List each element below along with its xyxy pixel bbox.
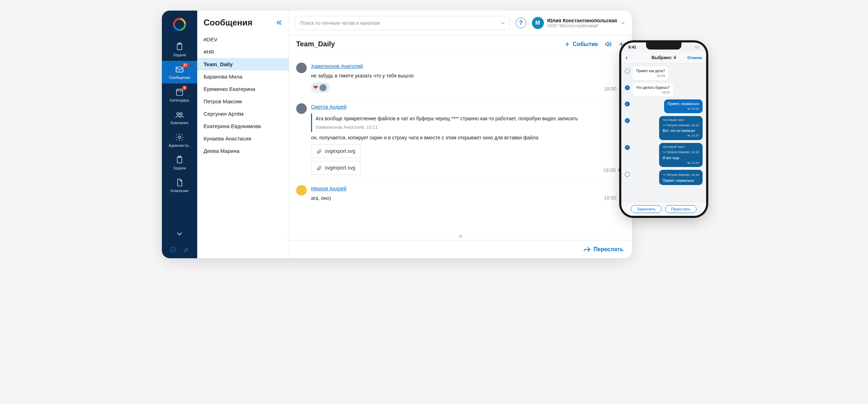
user-org: ООО “Мосгосстройломай” xyxy=(547,23,617,28)
top-bar: Поиск по личным чатам и каналам ? М Юлия… xyxy=(289,11,632,35)
share-icon xyxy=(583,246,591,253)
select-toggle[interactable] xyxy=(625,85,630,90)
message-list: Хамелионов Анатолийне забудь в тикете ук… xyxy=(289,53,632,233)
help-button[interactable]: ? xyxy=(516,18,526,28)
channel-item[interactable]: Кунаева Анастасия xyxy=(197,132,289,145)
forward-button[interactable]: Переслать xyxy=(289,240,632,258)
people-icon xyxy=(175,110,184,119)
nav-companies[interactable]: Компании xyxy=(162,174,197,197)
phone-message-row: тестовый текст↪ Петров Максим, 14:13И во… xyxy=(625,143,703,167)
badge: 27 xyxy=(182,63,189,68)
nav-company[interactable]: Компания xyxy=(162,106,197,129)
create-event-button[interactable]: Событие xyxy=(564,41,598,48)
nav-tasks[interactable]: Задачи xyxy=(162,38,197,61)
channel-list: Сообщения #DEV#HRTeam_DailyБаранова Мила… xyxy=(197,11,289,258)
sound-button[interactable] xyxy=(604,41,611,48)
phone-message-row: Привет как дела?14:24 xyxy=(625,67,703,80)
avatar xyxy=(296,185,307,196)
clipboard-icon xyxy=(175,42,184,51)
nav-calendar[interactable]: 9 Календарь xyxy=(162,83,197,106)
user-name: Юлия Константинопольская xyxy=(547,18,617,23)
select-toggle[interactable] xyxy=(625,118,630,123)
channel-item[interactable]: Сергунин Артём xyxy=(197,108,289,120)
channel-item[interactable]: Еременко Екатерина xyxy=(197,83,289,95)
phone-bubble[interactable]: тестовый текст↪ Петров Максим, 14:13И во… xyxy=(659,143,703,167)
reaction-pill[interactable]: ❤ xyxy=(311,82,330,93)
chat-header: Team_Daily Событие xyxy=(289,35,632,53)
channels-title: Сообщения xyxy=(204,18,252,28)
channel-item[interactable]: #HR xyxy=(197,46,289,58)
chevron-down-icon xyxy=(500,21,505,25)
phone-message-row: Что делать будешь?14:24 xyxy=(625,83,703,97)
phone-bubble[interactable]: Привет, нормально⇆ 14:24 xyxy=(664,99,703,113)
select-toggle[interactable] xyxy=(625,69,630,74)
select-toggle[interactable] xyxy=(625,172,630,177)
quoted-message: Ага вообще прикрепление файлов в чат из … xyxy=(311,114,599,132)
collapse-panel-button[interactable] xyxy=(275,19,283,27)
wrench-icon[interactable] xyxy=(183,246,190,253)
phone-message-row: Привет, нормально⇆ 14:24 xyxy=(625,99,703,113)
message-body: Иванов Андрейага, оно) xyxy=(311,185,600,202)
message-author[interactable]: Хамелионов Анатолий xyxy=(311,63,363,69)
select-toggle[interactable] xyxy=(625,145,630,150)
message: Хамелионов Анатолийне забудь в тикете ук… xyxy=(296,57,625,98)
avatar xyxy=(296,63,307,73)
app-logo-icon xyxy=(172,17,187,32)
nav-messages[interactable]: 27 Сообщения xyxy=(162,61,197,83)
search-input[interactable]: Поиск по личным чатам и каналам xyxy=(295,16,510,30)
phone-message-list: Привет как дела?14:24Что делать будешь?1… xyxy=(621,64,706,202)
cancel-button[interactable]: Отмена xyxy=(687,56,702,60)
message: Ожегов АндрейАга вообще прикрепление фай… xyxy=(296,98,625,180)
forward-button[interactable]: Переслать xyxy=(665,205,697,213)
rail-expand-toggle[interactable] xyxy=(177,227,182,241)
phone-title: Выбрано: 4 xyxy=(652,55,676,60)
svg-rect-3 xyxy=(176,89,182,95)
phone-message-row: тестовый текст↪ Петров Максим, 14:13Вот,… xyxy=(625,116,703,140)
channel-item[interactable]: Екатерина Евдокимова xyxy=(197,120,289,132)
channel-item[interactable]: #DEV xyxy=(197,33,289,46)
forward-label: Переслать xyxy=(594,246,624,253)
phone-bubble[interactable]: тестовый текст↪ Петров Максим, 14:13Вот,… xyxy=(659,116,703,140)
channel-item[interactable]: Баранова Мила xyxy=(197,70,289,83)
attachment[interactable]: svgexport.svg xyxy=(311,161,360,175)
back-button[interactable]: ‹ xyxy=(626,54,628,61)
message-body: Ожегов АндрейАга вообще прикрепление фай… xyxy=(311,103,599,175)
channel-item[interactable]: Петров Максим xyxy=(197,95,289,108)
app-window: Задачи 27 Сообщения 9 Календарь Компания… xyxy=(162,11,632,258)
phone-preview: 9:41 􀙇 􀛨 ‹ Выбрано: 4 Отмена Привет как … xyxy=(621,42,706,216)
phone-header: ‹ Выбрано: 4 Отмена xyxy=(621,52,706,64)
chat-title: Team_Daily xyxy=(296,40,335,48)
channel-item[interactable]: Деева Марина xyxy=(197,145,289,157)
phone-bubble[interactable]: ↪ Петров Максим, 14:13Привет, нормально xyxy=(659,170,703,185)
message-text: он, получается, копирует скрин и в строк… xyxy=(311,134,599,142)
document-icon xyxy=(175,178,184,187)
attachment[interactable]: svgexport.svg xyxy=(311,144,360,158)
nav-tasks-2[interactable]: Задачи xyxy=(162,151,197,174)
svg-point-4 xyxy=(177,113,179,115)
nav-label: Задачи xyxy=(173,53,186,57)
message-author[interactable]: Иванов Андрей xyxy=(311,186,347,191)
message: Иванов Андрейага, оно)18:00 xyxy=(296,180,625,207)
message-text: не забудь в тикете указать что у тебя вы… xyxy=(311,72,600,80)
signal-icon: 􀙇 􀛨 xyxy=(695,45,699,49)
channel-item[interactable]: Team_Daily xyxy=(197,58,289,70)
nav-label: Компания xyxy=(171,121,188,125)
select-toggle[interactable] xyxy=(625,102,630,106)
message-author[interactable]: Ожегов Андрей xyxy=(311,104,347,110)
phone-bubble[interactable]: Привет как дела?14:24 xyxy=(633,67,668,80)
svg-rect-2 xyxy=(176,67,183,72)
nav-rail: Задачи 27 Сообщения 9 Календарь Компания… xyxy=(162,11,197,258)
thread-divider xyxy=(282,236,632,237)
avatar xyxy=(296,103,307,114)
user-menu[interactable]: М Юлия Константинопольская ООО “Мосгосст… xyxy=(532,17,626,29)
nav-label: Компании xyxy=(171,189,189,193)
nav-admin[interactable]: Администр.. xyxy=(162,129,197,151)
main-panel: Поиск по личным чатам и каналам ? М Юлия… xyxy=(289,11,632,258)
phone-clock: 9:41 xyxy=(628,45,636,49)
phone-bubble[interactable]: Что делать будешь?14:24 xyxy=(633,83,673,97)
chevron-down-icon xyxy=(177,232,182,236)
add-icon[interactable] xyxy=(169,246,176,253)
phone-message-row: ↪ Петров Максим, 14:13Привет, нормально xyxy=(625,170,703,185)
badge: 9 xyxy=(182,86,187,90)
pin-button[interactable]: Закрепить xyxy=(631,205,662,213)
